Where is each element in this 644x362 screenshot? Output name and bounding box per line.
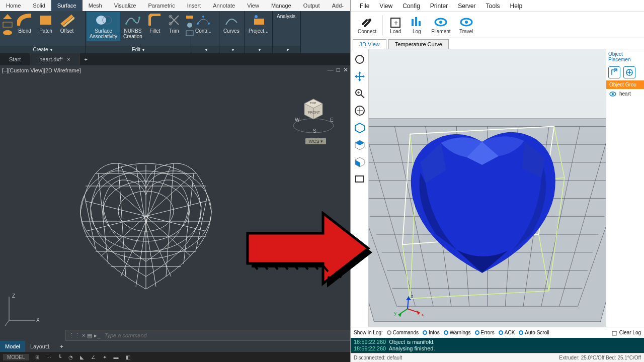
lweight-icon[interactable]: ▬ bbox=[113, 354, 120, 360]
file-tab-heart[interactable]: heart.dxf*× bbox=[30, 53, 80, 65]
tab-manage[interactable]: Manage bbox=[265, 0, 297, 11]
layout-layout1[interactable]: Layout1 bbox=[25, 341, 55, 352]
curves-button[interactable]: Curves bbox=[220, 12, 243, 35]
log-console[interactable]: 18:59:22.260 Object is manifold. 18:59:2… bbox=[351, 338, 644, 353]
log-button[interactable]: Log bbox=[406, 15, 427, 35]
filter-infos[interactable]: Infos bbox=[423, 330, 440, 335]
snap-icon[interactable]: ⋯ bbox=[45, 354, 52, 360]
show-in-log-label: Show in Log: bbox=[354, 330, 383, 335]
command-input[interactable] bbox=[105, 332, 347, 338]
loft-icon[interactable] bbox=[2, 21, 13, 28]
viewcube[interactable]: W E S TOP FRONT bbox=[291, 90, 336, 136]
trash-icon bbox=[611, 330, 617, 336]
blend-button[interactable]: Blend bbox=[14, 12, 35, 35]
grid-icon[interactable]: ⊞ bbox=[34, 354, 40, 360]
surface-associativity-button[interactable]: SurfaceAssociativity bbox=[87, 12, 120, 41]
trim-button[interactable]: Trim bbox=[165, 12, 184, 35]
move-view-button[interactable] bbox=[353, 69, 367, 83]
menu-file[interactable]: File bbox=[355, 3, 374, 10]
filter-warnings[interactable]: Warnings bbox=[444, 330, 471, 335]
layout-add[interactable]: + bbox=[55, 341, 68, 352]
project-group-label: ▾ bbox=[245, 46, 272, 53]
menu-server[interactable]: Server bbox=[453, 3, 480, 10]
tab-surface[interactable]: Surface bbox=[51, 0, 83, 11]
tab-insert[interactable]: Insert bbox=[181, 0, 207, 11]
tab-output[interactable]: Output bbox=[297, 0, 326, 11]
export-button[interactable] bbox=[608, 66, 620, 78]
rotate-view-button[interactable] bbox=[353, 52, 367, 66]
cad-viewport[interactable]: [–][Custom View][2D Wireframe] — □ ✕ W E… bbox=[0, 65, 350, 352]
menu-config[interactable]: Config bbox=[397, 3, 425, 10]
parallel-view-button[interactable] bbox=[353, 172, 367, 186]
transp-icon[interactable]: ◧ bbox=[125, 354, 131, 360]
filter-commands[interactable]: Commands bbox=[387, 330, 419, 335]
analysis-button[interactable]: Analysis bbox=[274, 12, 298, 21]
zoom-button[interactable] bbox=[353, 86, 367, 101]
maximize-icon[interactable]: □ bbox=[337, 66, 340, 73]
offset-button[interactable]: Offset bbox=[56, 12, 77, 35]
top-view-button[interactable] bbox=[353, 138, 367, 152]
nurbs-creation-button[interactable]: NURBSCreation bbox=[120, 12, 145, 41]
close-icon[interactable]: ✕ bbox=[343, 66, 348, 73]
iso-icon[interactable]: ◣ bbox=[79, 354, 85, 360]
load-button[interactable]: +Load bbox=[385, 15, 406, 35]
tab-temperature[interactable]: Temperature Curve bbox=[388, 39, 449, 49]
patch-button[interactable]: Patch bbox=[35, 12, 56, 35]
eye-icon[interactable] bbox=[609, 92, 616, 97]
iso-view-button[interactable] bbox=[353, 121, 367, 135]
menu-printer[interactable]: Printer bbox=[425, 3, 453, 10]
wcs-badge[interactable]: WCS ▾ bbox=[305, 138, 326, 144]
tab-home[interactable]: Home bbox=[0, 0, 27, 11]
view-title[interactable]: [–][Custom View][2D Wireframe] bbox=[2, 67, 81, 73]
fillet-button[interactable]: Fillet bbox=[145, 12, 165, 35]
menu-view[interactable]: View bbox=[374, 3, 397, 10]
project-button[interactable]: Project... bbox=[246, 12, 271, 35]
close-tab-icon[interactable]: × bbox=[67, 53, 70, 65]
clear-log-button[interactable]: Clear Log bbox=[611, 330, 641, 336]
add-object-button[interactable] bbox=[623, 66, 635, 78]
planar-icon[interactable] bbox=[2, 29, 13, 36]
connect-button[interactable]: Connect bbox=[354, 15, 380, 35]
polar-icon[interactable]: ◔ bbox=[67, 354, 74, 360]
menu-help[interactable]: Help bbox=[505, 3, 528, 10]
layout-model[interactable]: Model bbox=[0, 341, 25, 352]
menu-tools[interactable]: Tools bbox=[481, 3, 505, 10]
tab-solid[interactable]: Solid bbox=[27, 0, 51, 11]
tab-view[interactable]: View bbox=[241, 0, 265, 11]
control-vertices-button[interactable]: Contr... bbox=[192, 12, 214, 35]
file-tabs: Start heart.dxf*× + bbox=[0, 53, 350, 65]
object-row-heart[interactable]: heart bbox=[606, 89, 644, 99]
tab-parametric[interactable]: Parametric bbox=[142, 0, 181, 11]
cmd-recent-icon[interactable]: ▤ bbox=[87, 332, 92, 339]
slicer-3d-viewport[interactable]: x y z bbox=[369, 49, 606, 327]
cmd-close-icon[interactable]: × bbox=[82, 332, 85, 339]
tab-3d-view[interactable]: 3D View bbox=[353, 39, 386, 49]
filament-button[interactable]: Filament bbox=[427, 15, 454, 35]
filter-autoscroll[interactable]: Auto Scroll bbox=[519, 330, 549, 335]
tab-annotate[interactable]: Annotate bbox=[207, 0, 241, 11]
tab-mesh[interactable]: Mesh bbox=[83, 0, 108, 11]
svg-rect-74 bbox=[415, 17, 417, 26]
create-group-label: Create▾ bbox=[0, 46, 85, 53]
osnap-icon[interactable]: ∠ bbox=[90, 354, 97, 360]
front-view-button[interactable] bbox=[353, 155, 367, 169]
wireframe-heart bbox=[70, 151, 221, 297]
filter-errors[interactable]: Errors bbox=[475, 330, 495, 335]
tab-visualize[interactable]: Visualize bbox=[108, 0, 142, 11]
cad-app: Home Solid Surface Mesh Visualize Parame… bbox=[0, 0, 350, 362]
filter-ack[interactable]: ACK bbox=[499, 330, 515, 335]
status-model[interactable]: MODEL bbox=[3, 354, 29, 360]
start-tab[interactable]: Start bbox=[0, 53, 30, 65]
otrack-icon[interactable]: ✦ bbox=[102, 354, 108, 360]
object-group-header[interactable]: Object Grou bbox=[606, 80, 644, 89]
slicer-app: File View Config Printer Server Tools He… bbox=[350, 0, 644, 362]
add-tab-button[interactable]: + bbox=[80, 56, 92, 62]
ortho-icon[interactable]: ┗ bbox=[57, 354, 62, 360]
tab-addins[interactable]: Add-ins bbox=[326, 0, 350, 11]
minimize-icon[interactable]: — bbox=[328, 66, 334, 73]
svg-text:TOP: TOP bbox=[310, 102, 316, 105]
fit-button[interactable] bbox=[353, 104, 367, 118]
cmd-handle-icon[interactable]: ⋮⋮ bbox=[69, 332, 80, 339]
travel-button[interactable]: Travel bbox=[455, 15, 478, 35]
network-icon[interactable] bbox=[2, 13, 13, 20]
